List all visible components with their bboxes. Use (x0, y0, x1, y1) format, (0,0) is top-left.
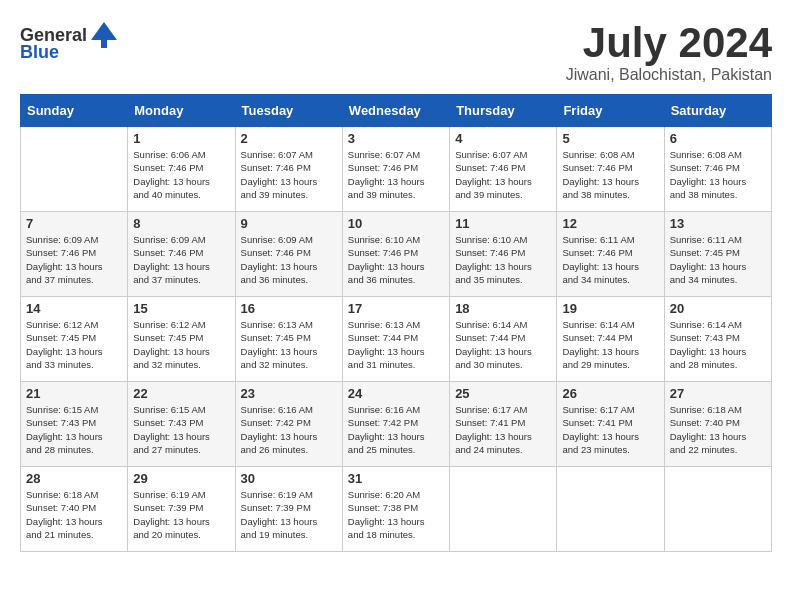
day-number: 5 (562, 131, 658, 146)
day-info: Sunrise: 6:11 AM Sunset: 7:45 PM Dayligh… (670, 233, 766, 286)
calendar-week-2: 7Sunrise: 6:09 AM Sunset: 7:46 PM Daylig… (21, 212, 772, 297)
day-info: Sunrise: 6:18 AM Sunset: 7:40 PM Dayligh… (26, 488, 122, 541)
calendar-cell: 11Sunrise: 6:10 AM Sunset: 7:46 PM Dayli… (450, 212, 557, 297)
day-info: Sunrise: 6:15 AM Sunset: 7:43 PM Dayligh… (26, 403, 122, 456)
day-info: Sunrise: 6:14 AM Sunset: 7:44 PM Dayligh… (455, 318, 551, 371)
day-info: Sunrise: 6:06 AM Sunset: 7:46 PM Dayligh… (133, 148, 229, 201)
day-info: Sunrise: 6:16 AM Sunset: 7:42 PM Dayligh… (348, 403, 444, 456)
day-info: Sunrise: 6:13 AM Sunset: 7:44 PM Dayligh… (348, 318, 444, 371)
day-info: Sunrise: 6:07 AM Sunset: 7:46 PM Dayligh… (455, 148, 551, 201)
calendar-cell: 2Sunrise: 6:07 AM Sunset: 7:46 PM Daylig… (235, 127, 342, 212)
day-number: 19 (562, 301, 658, 316)
day-number: 27 (670, 386, 766, 401)
day-number: 24 (348, 386, 444, 401)
day-info: Sunrise: 6:17 AM Sunset: 7:41 PM Dayligh… (455, 403, 551, 456)
calendar-table: SundayMondayTuesdayWednesdayThursdayFrid… (20, 94, 772, 552)
calendar-cell: 18Sunrise: 6:14 AM Sunset: 7:44 PM Dayli… (450, 297, 557, 382)
calendar-cell (664, 467, 771, 552)
day-info: Sunrise: 6:09 AM Sunset: 7:46 PM Dayligh… (241, 233, 337, 286)
calendar-header-row: SundayMondayTuesdayWednesdayThursdayFrid… (21, 95, 772, 127)
day-info: Sunrise: 6:07 AM Sunset: 7:46 PM Dayligh… (348, 148, 444, 201)
day-number: 1 (133, 131, 229, 146)
calendar-week-3: 14Sunrise: 6:12 AM Sunset: 7:45 PM Dayli… (21, 297, 772, 382)
calendar-cell: 17Sunrise: 6:13 AM Sunset: 7:44 PM Dayli… (342, 297, 449, 382)
day-info: Sunrise: 6:10 AM Sunset: 7:46 PM Dayligh… (455, 233, 551, 286)
day-number: 31 (348, 471, 444, 486)
calendar-cell: 13Sunrise: 6:11 AM Sunset: 7:45 PM Dayli… (664, 212, 771, 297)
page-header: General Blue July 2024 Jiwani, Balochist… (20, 20, 772, 84)
svg-marker-0 (91, 22, 117, 40)
day-info: Sunrise: 6:08 AM Sunset: 7:46 PM Dayligh… (562, 148, 658, 201)
day-info: Sunrise: 6:07 AM Sunset: 7:46 PM Dayligh… (241, 148, 337, 201)
day-number: 6 (670, 131, 766, 146)
day-number: 20 (670, 301, 766, 316)
calendar-cell: 3Sunrise: 6:07 AM Sunset: 7:46 PM Daylig… (342, 127, 449, 212)
calendar-week-5: 28Sunrise: 6:18 AM Sunset: 7:40 PM Dayli… (21, 467, 772, 552)
calendar-cell: 19Sunrise: 6:14 AM Sunset: 7:44 PM Dayli… (557, 297, 664, 382)
day-number: 14 (26, 301, 122, 316)
calendar-cell: 5Sunrise: 6:08 AM Sunset: 7:46 PM Daylig… (557, 127, 664, 212)
day-number: 11 (455, 216, 551, 231)
day-info: Sunrise: 6:18 AM Sunset: 7:40 PM Dayligh… (670, 403, 766, 456)
calendar-cell: 16Sunrise: 6:13 AM Sunset: 7:45 PM Dayli… (235, 297, 342, 382)
day-info: Sunrise: 6:09 AM Sunset: 7:46 PM Dayligh… (133, 233, 229, 286)
svg-rect-1 (101, 40, 107, 48)
location-subtitle: Jiwani, Balochistan, Pakistan (566, 66, 772, 84)
day-info: Sunrise: 6:15 AM Sunset: 7:43 PM Dayligh… (133, 403, 229, 456)
day-number: 25 (455, 386, 551, 401)
day-number: 9 (241, 216, 337, 231)
day-number: 10 (348, 216, 444, 231)
header-tuesday: Tuesday (235, 95, 342, 127)
calendar-cell: 15Sunrise: 6:12 AM Sunset: 7:45 PM Dayli… (128, 297, 235, 382)
calendar-cell: 8Sunrise: 6:09 AM Sunset: 7:46 PM Daylig… (128, 212, 235, 297)
calendar-cell: 31Sunrise: 6:20 AM Sunset: 7:38 PM Dayli… (342, 467, 449, 552)
day-number: 7 (26, 216, 122, 231)
day-number: 21 (26, 386, 122, 401)
calendar-cell (21, 127, 128, 212)
day-number: 8 (133, 216, 229, 231)
day-number: 13 (670, 216, 766, 231)
day-info: Sunrise: 6:10 AM Sunset: 7:46 PM Dayligh… (348, 233, 444, 286)
day-info: Sunrise: 6:17 AM Sunset: 7:41 PM Dayligh… (562, 403, 658, 456)
logo-blue: Blue (20, 42, 59, 63)
logo-icon (89, 20, 119, 50)
day-info: Sunrise: 6:14 AM Sunset: 7:44 PM Dayligh… (562, 318, 658, 371)
day-number: 4 (455, 131, 551, 146)
month-year-title: July 2024 (566, 20, 772, 66)
calendar-week-4: 21Sunrise: 6:15 AM Sunset: 7:43 PM Dayli… (21, 382, 772, 467)
day-info: Sunrise: 6:09 AM Sunset: 7:46 PM Dayligh… (26, 233, 122, 286)
calendar-week-1: 1Sunrise: 6:06 AM Sunset: 7:46 PM Daylig… (21, 127, 772, 212)
calendar-cell: 24Sunrise: 6:16 AM Sunset: 7:42 PM Dayli… (342, 382, 449, 467)
day-number: 16 (241, 301, 337, 316)
calendar-cell: 9Sunrise: 6:09 AM Sunset: 7:46 PM Daylig… (235, 212, 342, 297)
day-number: 2 (241, 131, 337, 146)
calendar-cell: 7Sunrise: 6:09 AM Sunset: 7:46 PM Daylig… (21, 212, 128, 297)
day-info: Sunrise: 6:20 AM Sunset: 7:38 PM Dayligh… (348, 488, 444, 541)
day-number: 22 (133, 386, 229, 401)
calendar-cell: 4Sunrise: 6:07 AM Sunset: 7:46 PM Daylig… (450, 127, 557, 212)
day-number: 29 (133, 471, 229, 486)
day-number: 18 (455, 301, 551, 316)
day-number: 15 (133, 301, 229, 316)
calendar-cell: 12Sunrise: 6:11 AM Sunset: 7:46 PM Dayli… (557, 212, 664, 297)
day-number: 3 (348, 131, 444, 146)
title-section: July 2024 Jiwani, Balochistan, Pakistan (566, 20, 772, 84)
calendar-cell: 20Sunrise: 6:14 AM Sunset: 7:43 PM Dayli… (664, 297, 771, 382)
day-number: 28 (26, 471, 122, 486)
calendar-cell: 27Sunrise: 6:18 AM Sunset: 7:40 PM Dayli… (664, 382, 771, 467)
calendar-cell: 6Sunrise: 6:08 AM Sunset: 7:46 PM Daylig… (664, 127, 771, 212)
header-monday: Monday (128, 95, 235, 127)
day-info: Sunrise: 6:12 AM Sunset: 7:45 PM Dayligh… (26, 318, 122, 371)
day-info: Sunrise: 6:13 AM Sunset: 7:45 PM Dayligh… (241, 318, 337, 371)
calendar-cell: 23Sunrise: 6:16 AM Sunset: 7:42 PM Dayli… (235, 382, 342, 467)
calendar-cell: 26Sunrise: 6:17 AM Sunset: 7:41 PM Dayli… (557, 382, 664, 467)
calendar-cell: 10Sunrise: 6:10 AM Sunset: 7:46 PM Dayli… (342, 212, 449, 297)
day-number: 17 (348, 301, 444, 316)
logo: General Blue (20, 20, 119, 63)
calendar-cell: 28Sunrise: 6:18 AM Sunset: 7:40 PM Dayli… (21, 467, 128, 552)
header-sunday: Sunday (21, 95, 128, 127)
day-info: Sunrise: 6:14 AM Sunset: 7:43 PM Dayligh… (670, 318, 766, 371)
calendar-cell (557, 467, 664, 552)
calendar-cell: 1Sunrise: 6:06 AM Sunset: 7:46 PM Daylig… (128, 127, 235, 212)
day-number: 23 (241, 386, 337, 401)
